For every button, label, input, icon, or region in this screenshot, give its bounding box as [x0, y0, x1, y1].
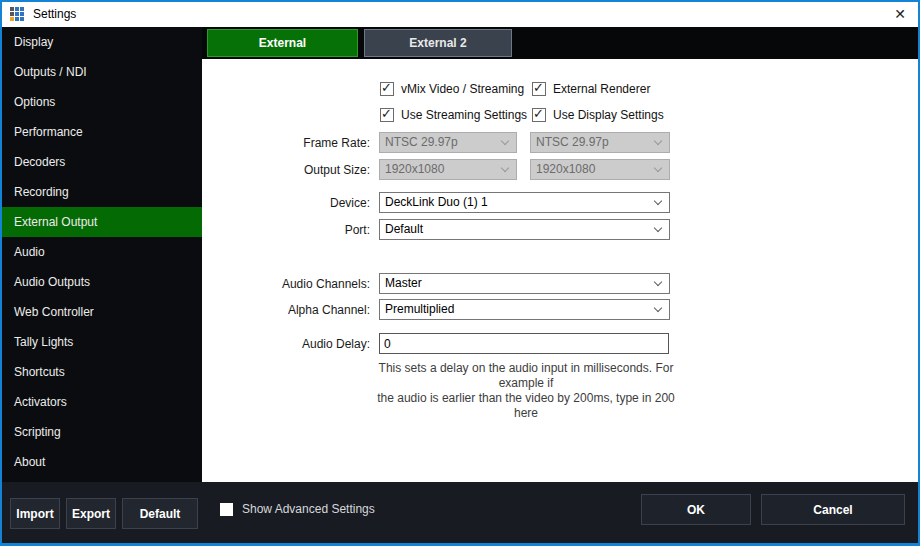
import-button[interactable]: Import — [10, 498, 60, 529]
tab-external-2[interactable]: External 2 — [364, 29, 512, 57]
alpha-channel-select[interactable]: Premultiplied — [379, 299, 670, 320]
cancel-button[interactable]: Cancel — [761, 494, 905, 525]
sidebar-item-shortcuts[interactable]: Shortcuts — [2, 357, 202, 387]
output-size-value-2: 1920x1080 — [531, 160, 669, 179]
output-size-label: Output Size: — [202, 160, 370, 181]
frame-rate-select-1: NTSC 29.97p — [379, 132, 517, 153]
checkbox-box: ✓ — [380, 82, 394, 96]
sidebar-item-decoders[interactable]: Decoders — [2, 147, 202, 177]
check-icon: ✓ — [533, 80, 544, 96]
checkbox-box: ✓ — [380, 108, 394, 122]
ok-button[interactable]: OK — [641, 494, 751, 525]
checkbox-box: ✓ — [532, 108, 546, 122]
sidebar-item-recording[interactable]: Recording — [2, 177, 202, 207]
external-output-tabbar: External External 2 — [202, 27, 918, 59]
settings-sidebar: Display Outputs / NDI Options Performanc… — [2, 27, 202, 482]
output-size-value-1: 1920x1080 — [380, 160, 516, 179]
use-display-settings-checkbox[interactable]: ✓ Use Display Settings — [532, 107, 664, 123]
alpha-channel-label: Alpha Channel: — [202, 300, 370, 321]
close-icon[interactable]: ✕ — [894, 6, 906, 22]
frame-rate-label: Frame Rate: — [202, 133, 370, 154]
sidebar-item-web-controller[interactable]: Web Controller — [2, 297, 202, 327]
show-advanced-settings-checkbox[interactable]: Show Advanced Settings — [220, 502, 375, 516]
sidebar-item-audio[interactable]: Audio — [2, 237, 202, 267]
checkbox-box: ✓ — [532, 82, 546, 96]
device-select[interactable]: DeckLink Duo (1) 1 — [379, 192, 670, 213]
external-output-panel: ✓ vMix Video / Streaming ✓ External Rend… — [202, 59, 918, 482]
device-value: DeckLink Duo (1) 1 — [380, 193, 669, 212]
sidebar-item-display[interactable]: Display — [2, 27, 202, 57]
port-value: Default — [380, 220, 669, 239]
frame-rate-value-1: NTSC 29.97p — [380, 133, 516, 152]
vmix-logo-icon — [10, 7, 25, 22]
sidebar-item-tally-lights[interactable]: Tally Lights — [2, 327, 202, 357]
vmix-video-streaming-checkbox[interactable]: ✓ vMix Video / Streaming — [380, 81, 524, 97]
settings-window: Settings ✕ Display Outputs / NDI Options… — [0, 0, 920, 546]
sidebar-item-scripting[interactable]: Scripting — [2, 417, 202, 447]
sidebar-item-outputs-ndi[interactable]: Outputs / NDI — [2, 57, 202, 87]
checkbox-label: External Renderer — [553, 82, 650, 96]
output-size-select-1: 1920x1080 — [379, 159, 517, 180]
device-label: Device: — [202, 193, 370, 214]
checkbox-box — [220, 503, 233, 516]
frame-rate-select-2: NTSC 29.97p — [530, 132, 670, 153]
checkbox-label: Use Display Settings — [553, 108, 664, 122]
checkbox-label: vMix Video / Streaming — [401, 82, 524, 96]
sidebar-item-options[interactable]: Options — [2, 87, 202, 117]
help-line-2: the audio is earlier than the video by 2… — [377, 391, 675, 420]
check-icon: ✓ — [381, 80, 392, 96]
tab-external[interactable]: External — [207, 29, 358, 57]
sidebar-item-audio-outputs[interactable]: Audio Outputs — [2, 267, 202, 297]
title-bar: Settings ✕ — [2, 2, 918, 27]
check-icon: ✓ — [533, 106, 544, 122]
checkbox-label: Show Advanced Settings — [242, 502, 375, 516]
frame-rate-value-2: NTSC 29.97p — [531, 133, 669, 152]
audio-channels-select[interactable]: Master — [379, 273, 670, 294]
external-renderer-checkbox[interactable]: ✓ External Renderer — [532, 81, 650, 97]
audio-delay-help-text: This sets a delay on the audio input in … — [370, 361, 682, 421]
audio-channels-value: Master — [380, 274, 669, 293]
window-title: Settings — [33, 7, 76, 21]
output-size-select-2: 1920x1080 — [530, 159, 670, 180]
sidebar-item-activators[interactable]: Activators — [2, 387, 202, 417]
checkbox-label: Use Streaming Settings — [401, 108, 527, 122]
audio-delay-input[interactable] — [379, 333, 669, 354]
sidebar-item-performance[interactable]: Performance — [2, 117, 202, 147]
default-button[interactable]: Default — [122, 498, 198, 529]
sidebar-item-about[interactable]: About — [2, 447, 202, 477]
port-select[interactable]: Default — [379, 219, 670, 240]
port-label: Port: — [202, 220, 370, 241]
audio-channels-label: Audio Channels: — [202, 274, 370, 295]
check-icon: ✓ — [381, 106, 392, 122]
alpha-channel-value: Premultiplied — [380, 300, 669, 319]
use-streaming-settings-checkbox[interactable]: ✓ Use Streaming Settings — [380, 107, 527, 123]
sidebar-item-external-output[interactable]: External Output — [2, 207, 202, 237]
export-button[interactable]: Export — [66, 498, 116, 529]
help-line-1: This sets a delay on the audio input in … — [379, 361, 674, 390]
footer-bar: Import Export Default Show Advanced Sett… — [2, 482, 918, 543]
audio-delay-label: Audio Delay: — [202, 334, 370, 355]
